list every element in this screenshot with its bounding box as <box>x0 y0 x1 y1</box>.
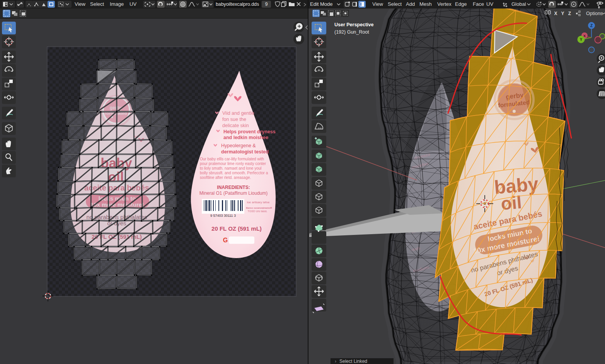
svg-text:9 57403 30111 3: 9 57403 30111 3 <box>210 214 236 218</box>
svg-text:X: X <box>554 11 557 16</box>
svg-text:Select: Select <box>90 1 104 7</box>
svg-text:Add: Add <box>406 1 415 7</box>
svg-text:Z: Z <box>568 11 571 16</box>
svg-text:INAREDIENTS:: INAREDIENTS: <box>217 185 250 190</box>
svg-text:User Perspective: User Perspective <box>334 22 374 27</box>
svg-text:Y: Y <box>580 37 583 42</box>
svg-text:Edit Mode: Edit Mode <box>310 1 333 7</box>
svg-text:View: View <box>372 1 383 7</box>
svg-text:Options: Options <box>586 11 603 16</box>
svg-text:G: G <box>223 237 228 243</box>
svg-text:babyoiltexcalpro.dds: babyoiltexcalpro.dds <box>216 2 259 7</box>
svg-text:Y: Y <box>561 11 564 16</box>
svg-text:Global: Global <box>511 1 526 7</box>
svg-text:Vertex: Vertex <box>437 1 452 7</box>
svg-text:pour pratemour lime ronly east: pour pratemour lime ronly easty conter <box>200 162 266 166</box>
svg-text:Select: Select <box>388 1 402 7</box>
svg-text:Face: Face <box>473 1 484 7</box>
svg-text:UV: UV <box>130 1 136 7</box>
svg-text:TGSD Urs tassL: TGSD Urs tassL <box>248 210 268 213</box>
svg-text:20 FL OZ (591 mL): 20 FL OZ (591 mL) <box>211 225 262 232</box>
svg-text:delicate skin: delicate skin <box>222 123 249 128</box>
svg-text:UV: UV <box>486 1 493 7</box>
svg-text:Mesh: Mesh <box>419 1 432 7</box>
svg-text:Hypeolergene &: Hypeolergene & <box>221 143 256 148</box>
svg-text:Viid and gentle: Viid and gentle <box>222 111 254 116</box>
svg-text:(192) Gun_Root: (192) Gun_Root <box>334 29 369 35</box>
svg-text:View: View <box>75 1 86 7</box>
svg-text:Edge: Edge <box>455 1 467 7</box>
svg-text:Z: Z <box>590 24 593 28</box>
svg-text:fon sue the: fon sue the <box>222 117 246 122</box>
svg-text:loe artisary lafoe: loe artisary lafoe <box>247 201 270 204</box>
svg-text:9: 9 <box>265 2 268 7</box>
svg-text:Banso susarunjinamoR: Banso susarunjinamoR <box>246 207 272 209</box>
svg-text:Mineral O1 (Pataffinum Lioudum: Mineral O1 (Pataffinum Lioudum) <box>199 191 268 196</box>
svg-text:to lioly smath. namaet and lon: to lioly smath. namaet and lone youl <box>200 166 262 170</box>
svg-text:Image: Image <box>110 1 124 7</box>
svg-text:›: › <box>335 359 336 364</box>
svg-text:Helps provent dryness: Helps provent dryness <box>223 129 276 134</box>
svg-text:Select Linked: Select Linked <box>339 359 367 364</box>
svg-text:sooftline after rletd. areasag: sooftline after rletd. areasage. <box>200 175 251 180</box>
svg-text:bolly sbrussft. and omooth. Pe: bolly sbrussft. and omooth. Perfecctor a <box>200 171 268 175</box>
svg-text:dermatologist tested: dermatologist tested <box>221 149 269 155</box>
svg-text:and ledkin moishee: and ledkin moishee <box>223 135 268 140</box>
svg-text:Our baby ellls car-litly formu: Our baby ellls car-litly formulated with <box>200 157 264 161</box>
